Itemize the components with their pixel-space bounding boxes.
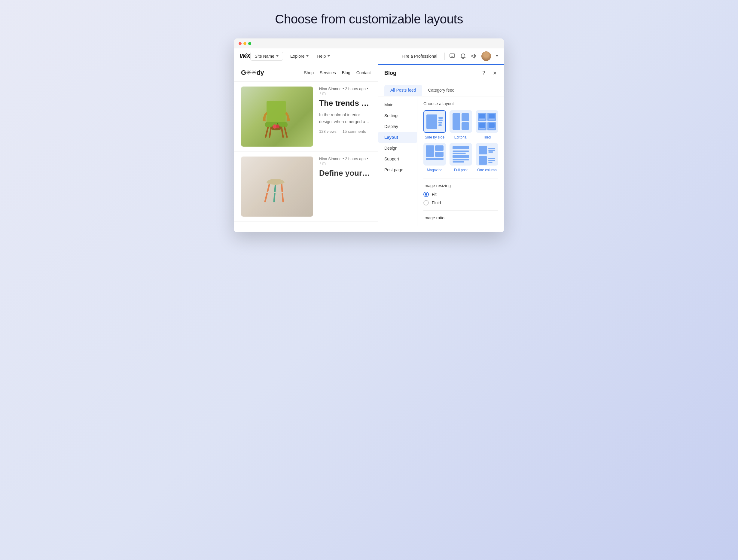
layout-thumb-editorial xyxy=(449,110,472,133)
post-time-2: 2 hours ago xyxy=(345,156,366,161)
nav-blog[interactable]: Blog xyxy=(342,70,350,75)
layout-label-one-column: One column xyxy=(477,168,497,172)
browser-chrome xyxy=(234,38,504,48)
tab-all-posts-feed[interactable]: All Posts feed xyxy=(384,85,422,96)
image-resizing-options: Fit Fluid xyxy=(423,192,498,205)
layout-item-side-by-side[interactable]: Side by side xyxy=(423,110,446,139)
layout-grid: Side by side Editorial xyxy=(423,110,498,172)
tile-img-2 xyxy=(488,114,494,118)
svg-line-9 xyxy=(275,123,275,124)
chat-icon[interactable] xyxy=(449,53,455,59)
nav-shop[interactable]: Shop xyxy=(304,70,314,75)
help-menu[interactable]: Help xyxy=(313,52,334,60)
oc-row-1 xyxy=(479,146,495,154)
layout-label-magazine: Magazine xyxy=(427,168,442,172)
panel-left-nav: Main Settings Display Layout Design Supp… xyxy=(378,96,417,226)
fp-line-1 xyxy=(452,150,469,152)
radio-fit-inner xyxy=(425,193,427,195)
mag-bottom xyxy=(426,158,443,160)
layout-item-one-column[interactable]: One column xyxy=(476,143,498,172)
notifications-icon[interactable] xyxy=(460,53,466,59)
oc-line-2b xyxy=(488,160,495,161)
nav-contact[interactable]: Contact xyxy=(356,70,371,75)
radio-item-fit[interactable]: Fit xyxy=(423,192,498,197)
fp-lines xyxy=(452,150,469,154)
thumb-img xyxy=(426,114,437,129)
post-separator-2: • xyxy=(367,86,368,91)
layout-label-tiled: Tiled xyxy=(483,135,491,139)
fp-line-2 xyxy=(452,153,466,154)
nav-item-settings[interactable]: Settings xyxy=(378,110,417,121)
main-area: G✳✳dy Shop Services Blog Contact xyxy=(234,64,504,232)
nav-item-design[interactable]: Design xyxy=(378,143,417,153)
layout-item-editorial[interactable]: Editorial xyxy=(449,110,472,139)
post-readtime-2: 7 m xyxy=(319,161,326,165)
chair-svg xyxy=(253,92,301,141)
nav-item-main[interactable]: Main xyxy=(378,99,417,110)
panel-title: Blog xyxy=(384,70,396,76)
panel-header: Blog ? ✕ xyxy=(378,64,504,81)
explore-menu[interactable]: Explore xyxy=(286,52,313,60)
tile-line-3 xyxy=(479,128,485,129)
thumb-line-2 xyxy=(438,119,443,121)
dot-green xyxy=(248,42,251,45)
svg-line-5 xyxy=(282,127,283,137)
thumb-line-1 xyxy=(438,117,443,119)
nav-item-layout[interactable]: Layout xyxy=(378,132,417,143)
svg-line-3 xyxy=(285,127,287,137)
oc-line-1c xyxy=(488,151,493,153)
image-ratio-section: Image ratio xyxy=(423,215,498,220)
layout-item-full-post[interactable]: Full post xyxy=(449,143,472,172)
tab-category-feed[interactable]: Category feed xyxy=(422,85,461,96)
layout-item-tiled[interactable]: Tiled xyxy=(476,110,498,139)
post-title-2: Define your pers xyxy=(319,168,371,178)
help-chevron-icon xyxy=(328,55,330,57)
site-name-dropdown[interactable]: Site Name xyxy=(250,52,283,61)
mag-small-1 xyxy=(435,145,443,151)
announcements-icon[interactable] xyxy=(470,53,477,59)
nav-divider xyxy=(444,53,445,60)
layout-preview-tiled xyxy=(476,111,497,132)
post-views-1: 128 views xyxy=(319,129,337,134)
panel-help-button[interactable]: ? xyxy=(480,69,487,77)
panel-tabs: All Posts feed Category feed xyxy=(378,85,504,96)
site-name-chevron-icon xyxy=(276,55,279,57)
site-navigation: Shop Services Blog Contact xyxy=(304,70,371,75)
oc-line-2c xyxy=(488,162,492,163)
image-ratio-label: Image ratio xyxy=(423,215,498,220)
tile-4 xyxy=(487,122,496,130)
site-preview: G✳✳dy Shop Services Blog Contact xyxy=(234,64,378,232)
stool-illustration xyxy=(241,156,313,216)
radio-item-fluid[interactable]: Fluid xyxy=(423,200,498,205)
image-resizing-label: Image resizing xyxy=(423,183,498,188)
thumb-line-4 xyxy=(438,124,442,126)
nav-services[interactable]: Services xyxy=(320,70,336,75)
blog-post-1: Nina Simone • 2 hours ago • 7 m The tren… xyxy=(234,82,378,152)
site-name-label: Site Name xyxy=(255,54,274,59)
nav-item-display[interactable]: Display xyxy=(378,121,417,132)
explore-label: Explore xyxy=(290,54,304,59)
tile-line-1 xyxy=(479,119,485,120)
layout-label-side-by-side: Side by side xyxy=(425,135,444,139)
image-resizing-section: Image resizing Fit Fluid xyxy=(423,183,498,205)
section-divider-1 xyxy=(423,178,498,178)
layout-thumb-one-column xyxy=(476,143,498,165)
layout-preview-side-by-side xyxy=(424,111,445,132)
layout-item-magazine[interactable]: Magazine xyxy=(423,143,446,172)
nav-item-post-page[interactable]: Post page xyxy=(378,164,417,175)
page-title: Choose from customizable layouts xyxy=(275,12,463,26)
user-avatar[interactable] xyxy=(481,51,491,61)
panel-close-button[interactable]: ✕ xyxy=(491,69,498,77)
mag-main xyxy=(426,145,434,157)
post-author-1: Nina Simone xyxy=(319,86,341,91)
svg-line-10 xyxy=(277,123,278,124)
hire-professional-link[interactable]: Hire a Professional xyxy=(402,54,437,59)
wix-topnav: WiX Site Name Explore Help Hire a Profes… xyxy=(234,48,504,64)
post-image-1 xyxy=(241,86,313,147)
tile-1 xyxy=(478,113,486,121)
radio-fluid-label: Fluid xyxy=(432,200,441,205)
layout-thumb-side-by-side xyxy=(423,110,446,133)
post-readtime-1: 7 m xyxy=(319,91,326,95)
topnav-right: Hire a Professional xyxy=(402,51,498,61)
nav-item-support[interactable]: Support xyxy=(378,153,417,164)
